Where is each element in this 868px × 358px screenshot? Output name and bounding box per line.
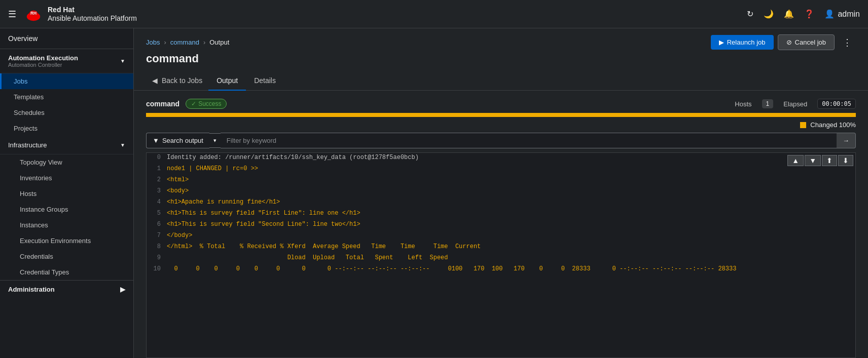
redhat-icon: RH <box>24 5 43 23</box>
line-content: node1 | CHANGED | rc=0 >> <box>167 164 258 175</box>
table-row: 1node1 | CHANGED | rc=0 >> <box>147 164 855 175</box>
table-row: 4<h1>Apache is running fine</h1> <box>147 197 855 209</box>
line-number: 9 <box>147 253 167 264</box>
sidebar-item-jobs[interactable]: Jobs <box>0 73 133 89</box>
sidebar-group-administration[interactable]: Administration ▶ <box>0 280 133 298</box>
tab-details[interactable]: Details <box>246 71 284 91</box>
check-icon: ✓ <box>191 100 196 107</box>
sidebar-item-overview[interactable]: Overview <box>0 28 133 49</box>
line-content: <h1>Apache is running fine</h1> <box>167 197 280 209</box>
sidebar-infrastructure-label: Infrastructure <box>8 141 47 149</box>
platform-name: Ansible Automation Platform <box>48 14 137 23</box>
sidebar-item-instances[interactable]: Instances <box>0 217 133 233</box>
sidebar-item-topology-view[interactable]: Topology View <box>0 154 133 170</box>
table-row: 7</body> <box>147 231 855 242</box>
table-row: 10 0 0 0 0 0 0 0 0 --:--:-- --:--:-- --:… <box>147 264 855 275</box>
table-row: 8</html> % Total % Received % Xferd Aver… <box>147 242 855 253</box>
back-icon: ◀ <box>152 76 158 85</box>
cancel-job-button[interactable]: ⊘ Cancel job <box>778 34 835 50</box>
sidebar-item-templates[interactable]: Templates <box>0 89 133 105</box>
filter-caret-button[interactable]: ▾ <box>209 133 221 148</box>
search-go-button[interactable]: → <box>837 133 856 148</box>
output-nav-buttons: ▲ ▼ ⬆ ⬇ <box>787 155 853 166</box>
changed-label: Changed 100% <box>810 121 856 129</box>
hamburger-menu[interactable]: ☰ <box>8 9 16 20</box>
job-status-bar: command ✓ Success Hosts 1 Elapsed 00:00:… <box>146 99 856 109</box>
status-badge: ✓ Success <box>186 99 227 109</box>
sidebar-automation-execution-label: Automation Execution <box>8 54 78 62</box>
scroll-down-button[interactable]: ▼ <box>805 155 821 166</box>
sidebar-item-projects[interactable]: Projects <box>0 121 133 136</box>
brand-name: Red Hat <box>48 6 137 14</box>
elapsed-label: Elapsed <box>783 100 807 108</box>
line-content: <html> <box>167 175 189 186</box>
chevron-down-icon: ▼ <box>120 58 125 64</box>
line-content: 0 0 0 0 0 0 0 0 --:--:-- --:--:-- --:--:… <box>167 264 736 275</box>
chevron-right-icon: ▶ <box>120 286 125 293</box>
breadcrumb-jobs[interactable]: Jobs <box>146 38 160 46</box>
line-content: </html> % Total % Received % Xferd Avera… <box>167 242 481 253</box>
search-filter-button[interactable]: ▼ Search output <box>146 133 209 148</box>
chevron-down-icon: ▼ <box>120 142 125 148</box>
theme-icon[interactable]: 🌙 <box>764 9 774 19</box>
output-console[interactable]: ▲ ▼ ⬆ ⬇ 0Identity added: /runner/artifac… <box>146 152 856 358</box>
legend-row: Changed 100% <box>146 121 856 129</box>
search-bar: ▼ Search output ▾ → <box>146 133 856 148</box>
job-area: command ✓ Success Hosts 1 Elapsed 00:00:… <box>134 91 868 358</box>
username: admin <box>838 10 860 19</box>
relaunch-icon: ▶ <box>719 38 724 46</box>
sidebar-item-credentials[interactable]: Credentials <box>0 249 133 264</box>
status-label: Success <box>198 100 221 107</box>
scroll-up-button[interactable]: ▲ <box>787 155 804 166</box>
line-number: 6 <box>147 220 167 231</box>
line-content: </body> <box>167 231 192 242</box>
line-number: 2 <box>147 175 167 186</box>
table-row: 0Identity added: /runner/artifacts/10/ss… <box>147 153 855 164</box>
hosts-label: Hosts <box>735 100 751 108</box>
line-content: <h1>This is survey field "First Line": l… <box>167 209 360 220</box>
main-content: Jobs › command › Output ▶ Relaunch job ⊘… <box>134 28 868 358</box>
relaunch-job-button[interactable]: ▶ Relaunch job <box>711 35 774 50</box>
sidebar-group-automation-execution[interactable]: Automation Execution Automation Controll… <box>0 49 133 73</box>
breadcrumb-sep2: › <box>203 38 205 46</box>
sidebar-group-infrastructure[interactable]: Infrastructure ▼ <box>0 136 133 154</box>
search-input[interactable] <box>221 133 837 148</box>
changed-dot <box>800 122 806 128</box>
line-content: <body> <box>167 186 189 197</box>
help-icon[interactable]: ❓ <box>804 9 814 19</box>
filter-icon: ▼ <box>153 137 159 144</box>
sidebar-item-instance-groups[interactable]: Instance Groups <box>0 202 133 217</box>
sidebar-item-schedules[interactable]: Schedules <box>0 105 133 121</box>
sidebar-item-hosts[interactable]: Hosts <box>0 186 133 202</box>
line-content: Identity added: /runner/artifacts/10/ssh… <box>167 153 419 164</box>
breadcrumb-command[interactable]: command <box>170 38 199 46</box>
breadcrumb: Jobs › command › Output <box>146 38 229 46</box>
svg-text:RH: RH <box>30 11 37 16</box>
tab-output[interactable]: Output <box>208 71 246 91</box>
progress-bar-fill <box>146 113 856 117</box>
breadcrumb-bar: Jobs › command › Output ▶ Relaunch job ⊘… <box>134 28 868 50</box>
line-content: Dload Upload Total Spent Left Speed <box>167 253 448 264</box>
line-number: 5 <box>147 209 167 220</box>
breadcrumb-actions: ▶ Relaunch job ⊘ Cancel job ⋮ <box>711 34 856 50</box>
line-number: 0 <box>147 153 167 164</box>
table-row: 3<body> <box>147 186 855 197</box>
tabs: ◀ Back to Jobs Output Details <box>134 71 868 91</box>
notifications-icon[interactable]: 🔔 <box>784 9 794 19</box>
hosts-count: 1 <box>762 99 774 108</box>
line-number: 10 <box>147 264 167 275</box>
breadcrumb-sep1: › <box>164 38 166 46</box>
more-options-button[interactable]: ⋮ <box>839 35 856 50</box>
job-name: command <box>146 100 179 108</box>
sidebar-item-credential-types[interactable]: Credential Types <box>0 264 133 280</box>
user-icon: 👤 <box>824 9 835 19</box>
brand-logo: RH Red Hat Ansible Automation Platform <box>24 5 137 23</box>
tab-back-to-jobs[interactable]: ◀ Back to Jobs <box>146 71 208 91</box>
scroll-bottom-button[interactable]: ⬇ <box>838 155 853 166</box>
sidebar-item-inventories[interactable]: Inventories <box>0 170 133 186</box>
refresh-icon[interactable]: ↻ <box>747 9 753 19</box>
scroll-top-button[interactable]: ⬆ <box>822 155 837 166</box>
sidebar-item-execution-environments[interactable]: Execution Environments <box>0 233 133 249</box>
line-number: 3 <box>147 186 167 197</box>
user-menu[interactable]: 👤 admin <box>824 9 860 19</box>
